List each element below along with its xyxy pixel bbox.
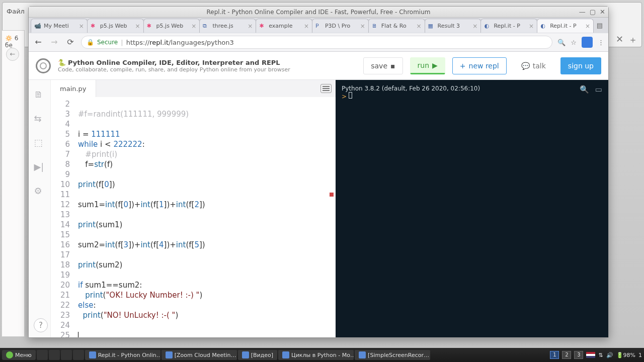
taskbar-browser-icon[interactable] <box>73 350 84 360</box>
workspace-1[interactable]: 1 <box>550 351 559 359</box>
code-line[interactable]: if sum1==sum2: <box>78 280 336 290</box>
tab-close-icon[interactable]: × <box>529 23 534 30</box>
taskbar-task[interactable]: [Zoom Cloud Meetin… <box>162 350 237 360</box>
show-desktop-icon[interactable] <box>37 350 48 360</box>
taskbar-terminal-icon[interactable] <box>61 350 72 360</box>
browser-tab[interactable]: ◐Repl.it - P× <box>480 19 537 33</box>
nav-forward-button[interactable]: → <box>49 37 60 48</box>
bg-close-icon[interactable]: ✕ <box>616 34 623 46</box>
taskbar-task[interactable]: [SimpleScreenRecor… <box>355 350 430 360</box>
debug-icon[interactable]: ▶| <box>34 161 45 172</box>
keyboard-layout-icon[interactable] <box>586 352 595 358</box>
code-line[interactable] <box>78 169 336 179</box>
share-icon[interactable]: ⇆ <box>34 113 45 124</box>
taskbar-task[interactable]: Repl.it - Python Onlin… <box>85 350 160 360</box>
bookmark-star-icon[interactable]: ☆ <box>571 39 577 46</box>
browser-tab[interactable]: PP3D \ Pro× <box>312 19 369 33</box>
new-repl-button[interactable]: + new repl <box>452 57 507 74</box>
code-editor[interactable]: 2345678910111213141516171819202122232425… <box>51 97 336 337</box>
bg-file-menu[interactable]: Файл <box>7 8 25 15</box>
clock-label[interactable]: 1 <box>638 352 642 358</box>
taskbar-task[interactable]: [Видео] <box>238 350 277 360</box>
workspace-2[interactable]: 2 <box>562 351 571 359</box>
bg-newtab-icon[interactable]: ＋ <box>628 34 637 46</box>
browser-tab[interactable]: 📹My Meeti× <box>31 19 88 33</box>
code-line[interactable] <box>78 210 336 220</box>
browser-tab[interactable]: ✱example× <box>256 19 312 33</box>
code-line[interactable] <box>78 270 336 280</box>
terminal-search-icon[interactable]: 🔍 <box>580 85 589 94</box>
signup-button[interactable]: sign up <box>560 57 601 74</box>
bg-back-button[interactable]: ← <box>6 48 19 61</box>
code-line[interactable] <box>78 119 336 129</box>
window-titlebar[interactable]: Repl.it - Python Online Compiler and IDE… <box>29 7 608 18</box>
taskbar-task[interactable]: Циклы в Python - Mo… <box>278 350 354 360</box>
volume-icon[interactable]: 🔊 <box>606 352 613 358</box>
code-line[interactable] <box>78 230 336 240</box>
code-line[interactable]: #f=randint(111111, 999999) <box>78 109 336 119</box>
tab-close-icon[interactable]: × <box>248 23 253 30</box>
window-minimize-icon[interactable]: — <box>579 8 586 16</box>
code-line[interactable]: print("NO! UnLucky! :-( ") <box>78 310 336 320</box>
file-tab-main[interactable]: main.py <box>51 80 96 97</box>
browser-tab[interactable]: 🗎Flat & Ro× <box>368 19 425 33</box>
terminal-pane[interactable]: Python 3.8.2 (default, Feb 26 2020, 02:5… <box>336 80 608 337</box>
code-line[interactable]: sum1=int(f[0])+int(f[1])+int(f[2]) <box>78 200 336 210</box>
tab-favicon-icon: 🗎 <box>372 23 379 30</box>
taskbar-files-icon[interactable] <box>49 350 60 360</box>
settings-icon[interactable]: ⚙ <box>34 186 45 197</box>
packages-icon[interactable]: ⬚ <box>34 137 45 148</box>
window-maximize-icon[interactable]: ▢ <box>590 8 596 16</box>
tab-close-icon[interactable]: × <box>360 23 365 30</box>
save-button[interactable]: save ▪ <box>363 57 403 74</box>
browser-tab[interactable]: ▦Result 3× <box>425 19 481 33</box>
run-button[interactable]: run ▶ <box>410 57 445 74</box>
code-line[interactable]: i = 111111 <box>78 129 336 139</box>
code-line[interactable]: while i < 222222: <box>78 139 336 149</box>
browser-tab[interactable]: ✱p5.js Web× <box>143 19 200 33</box>
talk-button[interactable]: 💬talk <box>514 57 553 74</box>
code-line[interactable] <box>78 320 336 330</box>
code-line[interactable]: else: <box>78 300 336 310</box>
browser-tab[interactable]: ⧉three.js× <box>199 19 256 33</box>
nav-reload-button[interactable]: ⟳ <box>65 37 76 48</box>
code-line[interactable]: print(sum2) <box>78 260 336 270</box>
code-line[interactable]: print("OK! Lucky Number! :-) ") <box>78 290 336 300</box>
code-line[interactable]: print(sum1) <box>78 220 336 230</box>
error-marker-icon[interactable] <box>330 193 334 197</box>
tab-close-icon[interactable]: × <box>585 23 590 30</box>
tab-close-icon[interactable]: × <box>417 23 422 30</box>
start-menu-button[interactable]: Меню <box>2 350 36 360</box>
help-button[interactable]: ? <box>34 318 48 332</box>
bg-bookmark[interactable]: 🔅 6 бе <box>5 35 21 49</box>
tab-close-icon[interactable]: × <box>135 23 140 30</box>
address-bar[interactable]: 🔒 Secure | https://repl.it/languages/pyt… <box>81 36 552 49</box>
browser-tab[interactable]: ✱p5.js Web× <box>87 19 144 33</box>
files-icon[interactable]: 🗎 <box>34 89 45 100</box>
network-icon[interactable]: ⇅ <box>598 352 603 358</box>
tab-close-icon[interactable]: × <box>304 23 309 30</box>
browser-menu-icon[interactable]: ⋮ <box>598 39 604 46</box>
code-line[interactable] <box>78 250 336 260</box>
replit-logo-icon[interactable] <box>36 58 51 73</box>
code-line[interactable]: sum2=int(f[3])+int(f[4])+int(f[5]) <box>78 240 336 250</box>
window-close-icon[interactable]: ✕ <box>600 8 605 16</box>
code-line[interactable] <box>78 190 336 200</box>
terminal-clear-icon[interactable]: ▭ <box>595 85 602 94</box>
battery-label[interactable]: 🔋98% <box>616 352 635 358</box>
tab-close-icon[interactable]: × <box>79 23 84 30</box>
code-line[interactable] <box>78 330 336 337</box>
tab-close-icon[interactable]: × <box>472 23 477 30</box>
extension-icon[interactable] <box>582 37 593 48</box>
code-line[interactable] <box>78 99 336 109</box>
browser-tabs-overflow-icon[interactable]: ▤ <box>593 22 606 33</box>
code-line[interactable]: print(f[0]) <box>78 179 336 190</box>
omnibox-search-icon[interactable]: 🔍 <box>557 39 566 46</box>
workspace-3[interactable]: 3 <box>574 351 583 359</box>
nav-back-button[interactable]: ← <box>33 37 44 48</box>
editor-menu-icon[interactable] <box>320 84 332 93</box>
code-line[interactable]: f=str(f) <box>78 159 336 169</box>
code-line[interactable]: #print(i) <box>78 149 336 159</box>
tab-close-icon[interactable]: × <box>191 23 196 30</box>
browser-tab[interactable]: ◐Repl.it - P× <box>537 19 594 33</box>
